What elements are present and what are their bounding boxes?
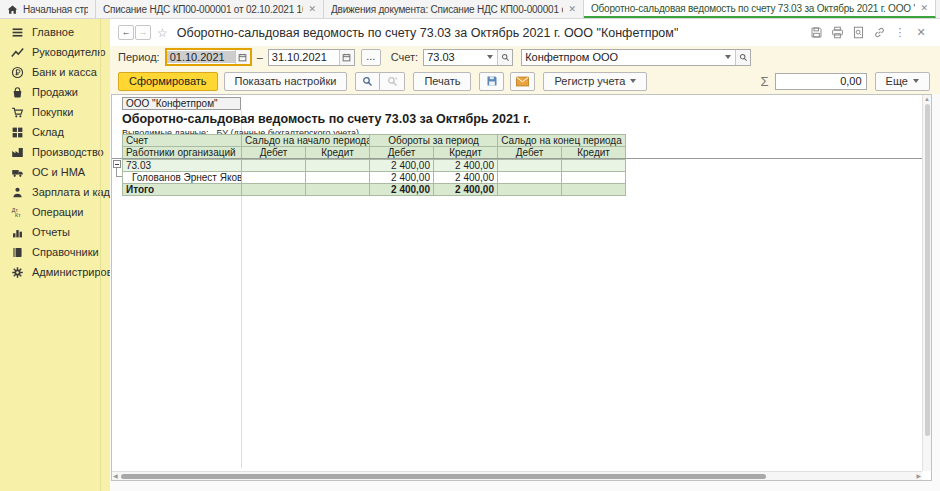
sidebar-item-directories[interactable]: Справочники	[0, 242, 110, 262]
sidebar-item-manager[interactable]: Руководителю	[0, 42, 110, 62]
trend-icon	[11, 46, 24, 59]
header-cell: Сальдо на начало периода	[242, 135, 370, 147]
operations-icon: ДтКт	[11, 206, 24, 219]
more-button[interactable]: Еще	[875, 72, 930, 91]
vertical-scroll-thumb[interactable]	[925, 104, 930, 436]
scroll-left-icon[interactable]: ◀	[113, 472, 118, 480]
cell-value	[242, 184, 306, 196]
search-next-button[interactable]	[380, 72, 405, 91]
preview-icon[interactable]	[851, 26, 865, 40]
forward-button[interactable]: →	[135, 25, 151, 40]
cell-value	[242, 160, 306, 172]
period-from-field[interactable]: 01.10.2021	[165, 48, 252, 66]
more-label: Еще	[886, 75, 908, 87]
save-icon[interactable]	[809, 26, 823, 40]
horizontal-scrollbar[interactable]: ◀ ▶	[112, 471, 922, 480]
sum-symbol: Σ	[761, 74, 769, 89]
page-title: Оборотно-сальдовая ведомость по счету 73…	[177, 26, 679, 40]
cell-value	[242, 172, 306, 184]
sidebar-item-fixed-assets[interactable]: ОС и НМА	[0, 162, 110, 182]
gear-icon	[11, 266, 24, 279]
grid-icon	[11, 126, 24, 139]
print-icon[interactable]	[830, 26, 844, 40]
period-options-button[interactable]: ...	[361, 49, 381, 66]
search-button[interactable]	[355, 72, 380, 91]
sidebar-item-label: Покупки	[32, 106, 73, 118]
tab-vat-writeoff[interactable]: Списание НДС КП00-000001 от 02.10.2021 1…	[96, 0, 324, 18]
print-button[interactable]: Печать	[413, 72, 471, 91]
close-icon[interactable]: ✕	[568, 4, 576, 14]
org-cell[interactable]: ООО "Конфетпром"	[122, 97, 241, 110]
choose-icon[interactable]	[735, 50, 750, 65]
link-icon[interactable]	[872, 26, 886, 40]
bag-icon	[11, 86, 24, 99]
dropdown-arrow-icon	[630, 79, 636, 83]
sidebar-item-production[interactable]: Производство	[0, 142, 110, 162]
register-label: Регистр учета	[554, 75, 625, 87]
register-button[interactable]: Регистр учета	[543, 72, 647, 91]
organization-field[interactable]: Конфетпром ООО	[521, 49, 751, 66]
more-menu-icon[interactable]: ⋮	[893, 26, 907, 40]
tab-label: Начальная страница	[23, 4, 88, 15]
scroll-right-icon[interactable]: ▶	[916, 472, 921, 480]
spreadsheet[interactable]: ООО "Конфетпром" Оборотно-сальдовая ведо…	[112, 95, 931, 480]
table-row-account[interactable]: 73.03 2 400,00 2 400,00	[123, 160, 626, 172]
sidebar-item-reports[interactable]: Отчеты	[0, 222, 110, 242]
header-cell: Счет	[123, 135, 242, 147]
back-arrow-icon: ←	[122, 27, 131, 37]
svg-text:Кт: Кт	[15, 212, 21, 218]
show-settings-button[interactable]: Показать настройки	[224, 72, 348, 91]
sidebar-item-warehouse[interactable]: Склад	[0, 122, 110, 142]
sidebar-item-label: Банк и касса	[32, 66, 97, 78]
sidebar-item-purchases[interactable]: Покупки	[0, 102, 110, 122]
send-email-button[interactable]	[510, 72, 535, 91]
back-button[interactable]: ←	[118, 25, 134, 40]
dropdown-arrow-icon[interactable]	[482, 50, 497, 65]
sidebar-item-sales[interactable]: Продажи	[0, 82, 110, 102]
group-collapse-toggle[interactable]	[113, 160, 121, 168]
tab-label: Списание НДС КП00-000001 от 02.10.2021 1…	[103, 4, 303, 15]
sidebar-item-administration[interactable]: Администрирование	[0, 262, 110, 282]
cell-value: 2 400,00	[434, 172, 498, 184]
sidebar-item-operations[interactable]: ДтКт Операции	[0, 202, 110, 222]
search-next-icon	[387, 76, 398, 87]
sidebar-item-main[interactable]: Главное	[0, 22, 110, 42]
dropdown-arrow-icon[interactable]	[720, 50, 735, 65]
close-window-icon[interactable]: ✕	[914, 26, 928, 40]
close-icon[interactable]: ✕	[308, 4, 316, 14]
print-label: Печать	[424, 75, 460, 87]
cell-value	[306, 172, 370, 184]
sum-input[interactable]	[775, 73, 867, 90]
calendar-icon[interactable]	[339, 50, 354, 65]
horizontal-scroll-thumb[interactable]	[121, 474, 766, 479]
save-report-button[interactable]	[479, 72, 504, 91]
tab-bar: Начальная страница Списание НДС КП00-000…	[0, 0, 940, 19]
close-icon[interactable]: ✕	[920, 3, 928, 13]
tab-home[interactable]: Начальная страница	[0, 0, 96, 18]
sidebar-item-payroll-hr[interactable]: Зарплата и кадры	[0, 182, 110, 202]
filter-panel: Период: 01.10.2021 – 31.10.2021 ... Счет…	[110, 46, 940, 68]
report-panel: ООО "Конфетпром" Оборотно-сальдовая ведо…	[111, 94, 932, 481]
header-cell: Дебет	[242, 147, 306, 159]
cell-value	[562, 160, 626, 172]
cell-value	[562, 184, 626, 196]
account-field[interactable]: 73.03	[423, 49, 513, 66]
factory-icon	[11, 146, 24, 159]
period-to-field[interactable]: 31.10.2021	[268, 49, 355, 66]
sidebar-item-bank-cash[interactable]: Банк и касса	[0, 62, 110, 82]
choose-icon[interactable]	[497, 50, 512, 65]
vertical-scrollbar[interactable]: ▲	[922, 95, 931, 471]
favorite-star-icon[interactable]: ☆	[157, 26, 168, 40]
scroll-up-icon[interactable]: ▲	[923, 96, 931, 102]
generate-button[interactable]: Сформировать	[118, 72, 218, 91]
sidebar-item-label: Склад	[32, 126, 64, 138]
report-table-header: Счет Сальдо на начало периода Обороты за…	[122, 134, 626, 159]
calendar-icon[interactable]	[235, 50, 250, 64]
show-settings-label: Показать настройки	[235, 75, 337, 87]
tab-document-movements[interactable]: Движения документа: Списание НДС КП00-00…	[324, 0, 584, 18]
search-icon	[362, 76, 373, 87]
tab-balance-sheet[interactable]: Оборотно-сальдовая ведомость по счету 73…	[584, 0, 936, 18]
table-row-total[interactable]: Итого 2 400,00 2 400,00	[123, 184, 626, 196]
table-row-employee[interactable]: Голованов Эрнест Яковлевич 2 400,00 2 40…	[123, 172, 626, 184]
dropdown-arrow-icon	[913, 79, 919, 83]
